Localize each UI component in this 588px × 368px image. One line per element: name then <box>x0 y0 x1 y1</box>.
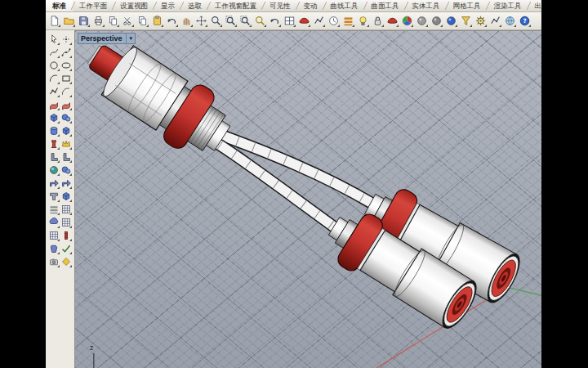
shade-view-icon[interactable] <box>297 14 311 28</box>
pan-view-icon[interactable] <box>180 14 194 28</box>
viewport-title[interactable]: Perspective ▾ <box>78 33 136 44</box>
zoom-extents-icon[interactable] <box>238 14 252 28</box>
paste-icon[interactable] <box>150 14 164 28</box>
print-icon[interactable] <box>91 14 105 28</box>
tab-mesh-tools[interactable]: 网格工具 <box>447 0 488 11</box>
usb-connector-model[interactable] <box>75 31 241 167</box>
letterbox-left <box>0 0 46 368</box>
dimension-tower-icon[interactable] <box>60 229 72 242</box>
render-icon[interactable] <box>385 14 399 28</box>
rail-revolve-icon[interactable] <box>60 137 72 150</box>
check-geometry-icon[interactable] <box>60 242 72 255</box>
options-icon[interactable] <box>474 14 488 28</box>
object-snap-icon[interactable] <box>488 14 502 28</box>
export-icon[interactable] <box>106 14 120 28</box>
viewport-title-label: Perspective <box>81 34 122 43</box>
arc-icon[interactable] <box>47 72 60 85</box>
zoom-selected-icon[interactable] <box>253 14 267 28</box>
circle-icon[interactable] <box>47 59 60 72</box>
selection-filter-icon[interactable] <box>459 14 473 28</box>
sphere-icon[interactable] <box>60 111 72 124</box>
move-view-icon[interactable] <box>194 14 208 28</box>
standard-toolbar <box>46 12 541 30</box>
tab-standard[interactable]: 标准 <box>46 0 73 11</box>
tab-curve-tools[interactable]: 曲线工具 <box>324 0 365 11</box>
mesh-grid-icon[interactable] <box>60 216 72 229</box>
rhino-window: 标准工作平面设置视图显示选取工作视窗配置可见性变动曲线工具曲面工具实体工具网格工… <box>46 0 541 368</box>
tab-viewport-layout[interactable]: 工作视窗配置 <box>208 0 263 11</box>
layer-panel-icon[interactable] <box>341 14 355 28</box>
flow-along-curve-icon[interactable] <box>60 177 72 190</box>
save-icon[interactable] <box>77 14 91 28</box>
cylinder-icon[interactable] <box>47 124 60 137</box>
color-picker-icon[interactable] <box>400 14 414 28</box>
gem-icon[interactable] <box>60 255 72 268</box>
loft-surface-icon[interactable] <box>47 98 60 111</box>
ellipse-icon[interactable] <box>60 59 72 72</box>
rotate-view-icon[interactable] <box>268 14 282 28</box>
extrude-solid-icon[interactable] <box>60 124 72 137</box>
record-history-icon[interactable] <box>327 14 341 28</box>
tab-surface-tools[interactable]: 曲面工具 <box>365 0 406 11</box>
lamp-icon[interactable] <box>356 14 370 28</box>
fillet-curve-icon[interactable] <box>60 85 72 98</box>
tab-cplane[interactable]: 工作平面 <box>73 0 114 11</box>
tab-set-view[interactable]: 设置视图 <box>114 0 154 11</box>
sweep-surface-icon[interactable] <box>60 98 72 111</box>
tab-select[interactable]: 选取 <box>181 0 208 11</box>
tab-transform[interactable]: 变动 <box>297 0 324 11</box>
tab-display[interactable]: 显示 <box>154 0 181 11</box>
pipe-icon[interactable] <box>47 190 60 203</box>
z-axis-label: z <box>90 343 94 352</box>
new-document-icon[interactable] <box>47 14 61 28</box>
offset-surface-icon[interactable] <box>60 164 72 177</box>
block-icon[interactable] <box>60 190 72 203</box>
main-area: Perspective ▾ <box>46 30 541 368</box>
main-tool-palette <box>46 30 74 368</box>
cut-icon[interactable] <box>121 14 135 28</box>
letterbox-right <box>541 0 588 368</box>
copy-icon[interactable] <box>136 14 149 28</box>
mesh-icon[interactable] <box>47 216 60 229</box>
perspective-viewport[interactable]: Perspective ▾ <box>74 30 541 368</box>
flow-pitcher-icon[interactable] <box>47 242 60 255</box>
analyze-icon[interactable] <box>60 203 72 216</box>
select-icon[interactable] <box>47 33 60 46</box>
world-axis-indicator: z <box>90 343 94 368</box>
ghosted-mode-icon[interactable] <box>430 14 443 28</box>
tab-drafting[interactable]: 出图 <box>528 0 542 11</box>
fillet-edge-icon[interactable] <box>47 150 60 164</box>
web-browser-icon[interactable] <box>503 14 517 28</box>
box-icon[interactable] <box>47 111 60 124</box>
zoom-dynamic-icon[interactable] <box>209 14 223 28</box>
boolean-tool-icon[interactable] <box>47 137 60 150</box>
rendered-mode-icon[interactable] <box>444 14 458 28</box>
model-canvas[interactable]: z <box>75 31 541 368</box>
tab-solid-tools[interactable]: 实体工具 <box>406 0 447 11</box>
toolbar-tab-strip: 标准工作平面设置视图显示选取工作视窗配置可见性变动曲线工具曲面工具实体工具网格工… <box>46 0 541 12</box>
lock-objects-icon[interactable] <box>371 14 385 28</box>
rectangle-icon[interactable] <box>60 72 72 85</box>
shell-icon[interactable] <box>47 164 60 177</box>
panel-grid-icon[interactable] <box>47 229 60 242</box>
help-icon[interactable] <box>518 14 532 28</box>
polyline-icon[interactable] <box>47 85 60 98</box>
curve-icon[interactable] <box>47 46 60 59</box>
control-point-curve-icon[interactable] <box>60 46 72 59</box>
zoom-window-icon[interactable] <box>224 14 238 28</box>
viewport-title-dropdown-icon[interactable]: ▾ <box>126 34 133 43</box>
shaded-mode-icon[interactable] <box>415 14 429 28</box>
array-icon[interactable] <box>47 203 60 216</box>
tab-render-tools[interactable]: 渲染工具 <box>488 0 528 11</box>
undo-icon[interactable] <box>165 14 179 28</box>
named-view-camera-icon[interactable] <box>47 255 60 268</box>
tab-visibility[interactable]: 可见性 <box>263 0 297 11</box>
bend-icon[interactable] <box>47 177 60 190</box>
set-cplane-icon[interactable] <box>312 14 326 28</box>
point-icon[interactable] <box>60 33 72 46</box>
viewport-layout-icon[interactable] <box>283 14 296 28</box>
open-file-icon[interactable] <box>62 14 76 28</box>
chamfer-edge-icon[interactable] <box>60 150 72 164</box>
